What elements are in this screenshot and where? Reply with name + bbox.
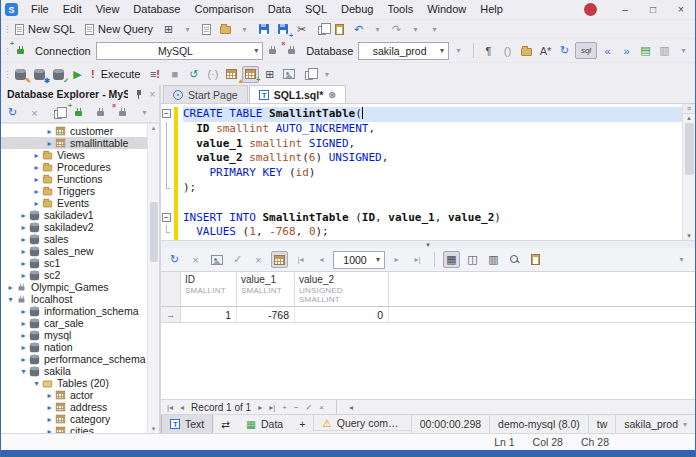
expand-arrow-icon[interactable]: ▸ [31, 175, 42, 184]
explorer-duplicate-button[interactable] [48, 104, 65, 121]
expand-arrow-icon[interactable]: ▸ [31, 163, 42, 172]
grid-cell[interactable]: -768 [237, 307, 295, 322]
next-record-button[interactable]: ▸ [258, 403, 262, 412]
collapse-arrow-icon[interactable]: ▾ [31, 379, 42, 388]
insert-picture-button[interactable] [280, 66, 297, 83]
disconnect-button[interactable]: × [283, 42, 300, 59]
expand-arrow-icon[interactable]: ▸ [5, 283, 16, 292]
expand-arrow-icon[interactable]: ▸ [18, 247, 29, 256]
edit-database-button[interactable]: ✎ [12, 66, 29, 83]
grid-cell[interactable]: 1 [181, 307, 237, 322]
editor-scrollbar[interactable]: ≡ ▴ ▾ [682, 104, 695, 240]
tree-item-tables-20-[interactable]: ▾Tables (20) [1, 377, 147, 389]
expand-arrow-icon[interactable]: ▸ [44, 427, 55, 434]
window-layout-button[interactable]: ⊞ [261, 66, 278, 83]
account-badge[interactable] [584, 3, 597, 16]
minimize-button[interactable]: – [611, 0, 639, 19]
tree-item-events[interactable]: ▸Events [1, 197, 147, 209]
toolbar1-overflow-icon[interactable]: ▾ [426, 21, 443, 38]
sql-editor[interactable]: −CREATE TABLE SmallintTable( ID smallint… [161, 103, 695, 240]
tree-item-functions[interactable]: ▸Functions [1, 173, 147, 185]
snippets-button[interactable]: () [499, 42, 516, 59]
expand-arrow-icon[interactable]: ▸ [44, 391, 55, 400]
editor-line[interactable]: ); [161, 181, 682, 196]
spell-check-button[interactable]: A* [537, 42, 554, 59]
paging-mode-button[interactable] [271, 251, 288, 268]
menu-help[interactable]: Help [473, 0, 510, 19]
editor-line[interactable]: −INSERT INTO SmallintTable (ID, value_1,… [161, 211, 682, 226]
post-edit-button[interactable]: ✓ [306, 403, 313, 412]
collapse-arrow-icon[interactable]: ▾ [18, 367, 29, 376]
execute-button[interactable]: ! Execute [87, 67, 146, 81]
export-data-button[interactable] [208, 251, 225, 268]
column-header-value_2[interactable]: value_2UNSIGNED SMALLINT [295, 272, 389, 306]
tree-item-sakiladev1[interactable]: ▸sakiladev1 [1, 209, 147, 221]
insert-record-button[interactable]: + [282, 403, 287, 412]
tree-item-information_schema[interactable]: ▸information_schema [1, 305, 147, 317]
explorer-refresh-button[interactable]: ↻ [4, 104, 21, 121]
hscroll-left-icon[interactable]: ◂ [349, 403, 353, 412]
explorer-new-connection-button[interactable]: + [70, 104, 87, 121]
expand-arrow-icon[interactable]: ▸ [18, 271, 29, 280]
explorer-connect-button[interactable] [92, 104, 109, 121]
toolbar3-overflow-icon[interactable]: ▾ [318, 66, 335, 83]
tab-close-icon[interactable]: ⊗ [328, 90, 336, 100]
grid-cell[interactable]: 0 [295, 307, 389, 322]
maximize-button[interactable]: □ [639, 0, 667, 19]
results-splitter[interactable]: ▾ [161, 240, 695, 248]
execution-history-button[interactable]: ↺ [185, 66, 202, 83]
column-header-id[interactable]: IDSMALLINT [181, 272, 237, 306]
grid-data-row[interactable]: → 1-7680 [161, 307, 695, 323]
toolbar-grip[interactable]: ⋮ [3, 24, 11, 34]
cut-button[interactable]: ✂ [293, 21, 310, 38]
decrease-indent-button[interactable]: « [599, 42, 616, 59]
editor-line[interactable]: −CREATE TABLE SmallintTable( [161, 107, 682, 122]
refresh-results-button[interactable]: ↻ [166, 251, 183, 268]
editor-line[interactable]: ID smallint AUTO_INCREMENT, [161, 122, 682, 137]
save-all-button[interactable]: + [274, 21, 291, 38]
tab-sql1[interactable]: SQL1.sql* ⊗ [249, 85, 346, 103]
tree-item-mysql[interactable]: ▸mysql [1, 329, 147, 341]
rollback-button[interactable]: × [250, 251, 267, 268]
tab-data[interactable]: ▦ Data [238, 415, 291, 433]
copy-button[interactable] [312, 21, 329, 38]
delete-record-button[interactable]: − [294, 403, 299, 412]
add-view-button[interactable]: + [291, 415, 313, 433]
expand-arrow-icon[interactable]: ▸ [18, 343, 29, 352]
cancel-edit-button[interactable]: × [319, 403, 324, 412]
first-page-button[interactable]: |◂ [292, 251, 309, 268]
undo-dropdown-icon[interactable]: ▾ [369, 21, 386, 38]
explorer-delete-button[interactable]: × [26, 104, 43, 121]
previous-record-button[interactable]: ◂ [180, 403, 184, 412]
tree-item-sakila[interactable]: ▾sakila [1, 365, 147, 377]
editor-line[interactable] [161, 196, 682, 211]
tree-item-sc1[interactable]: ▸sc1 [1, 257, 147, 269]
collapse-results-icon[interactable]: ▾ [426, 242, 430, 248]
tree-item-category[interactable]: ▸category [1, 413, 147, 425]
menu-view[interactable]: View [89, 0, 127, 19]
expand-arrow-icon[interactable]: ▸ [31, 151, 42, 160]
scroll-down-icon[interactable]: ▾ [152, 425, 156, 433]
explorer-scrollbar[interactable]: ▴ ▾ [147, 124, 159, 433]
expand-arrow-icon[interactable]: ▸ [18, 355, 29, 364]
new-sql-button[interactable]: New SQL [11, 22, 81, 36]
format-sql-button[interactable]: sql [575, 42, 597, 59]
tab-text[interactable]: Text [161, 415, 213, 433]
menu-window[interactable]: Window [420, 0, 473, 19]
scroll-up-icon[interactable]: ▴ [152, 124, 156, 132]
comment-button[interactable]: ▤ [637, 42, 654, 59]
expand-arrow-icon[interactable]: ▸ [44, 403, 55, 412]
connect-button[interactable] [264, 42, 281, 59]
new-document-button[interactable] [198, 21, 215, 38]
tree-item-cities[interactable]: ▸cities [1, 425, 147, 433]
run-button[interactable]: ▶ [69, 66, 86, 83]
export-button[interactable] [299, 66, 316, 83]
previous-page-button[interactable]: ◂ [313, 251, 330, 268]
grid-corner[interactable] [161, 272, 181, 306]
last-page-button[interactable]: ▸| [409, 251, 426, 268]
new-window-button[interactable]: ⊞ [160, 21, 177, 38]
row-selector[interactable]: → [161, 307, 181, 322]
redo-button[interactable]: ↷ [388, 21, 405, 38]
validate-database-button[interactable]: ✓ [50, 66, 67, 83]
pin-icon[interactable] [134, 89, 143, 100]
